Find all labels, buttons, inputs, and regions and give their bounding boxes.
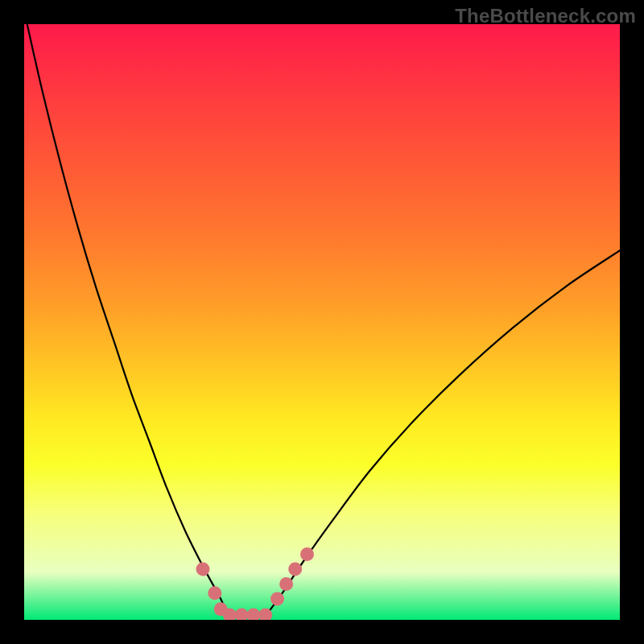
marked-point: [235, 609, 249, 620]
plot-area: [24, 24, 620, 620]
marked-point: [288, 563, 302, 576]
marked-point: [196, 563, 210, 576]
watermark-label: TheBottleneck.com: [455, 5, 636, 27]
marked-point: [270, 592, 284, 606]
marked-point: [300, 547, 314, 561]
marked-point: [246, 609, 260, 620]
chart-frame: TheBottleneck.com: [0, 0, 644, 644]
marked-points-group: [196, 547, 315, 620]
marked-point: [208, 586, 221, 600]
marked-point: [258, 609, 272, 620]
dot-layer: [24, 24, 620, 620]
marked-point: [279, 577, 293, 591]
